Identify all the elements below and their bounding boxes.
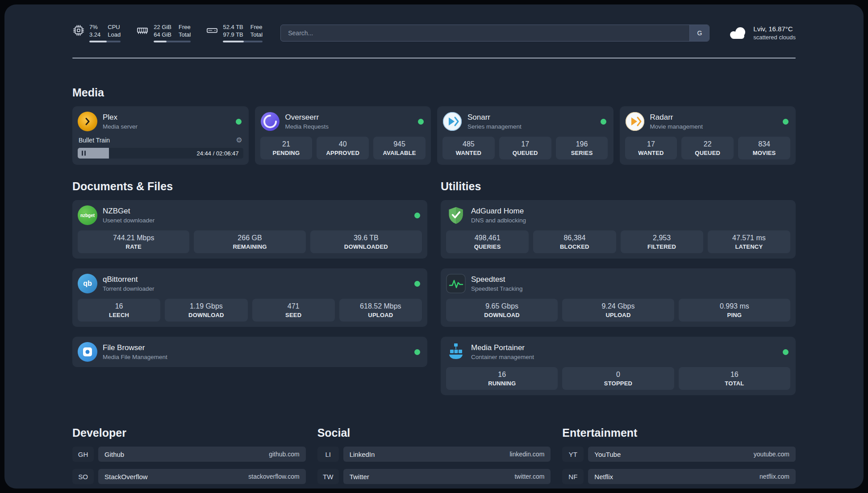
stat-ping: 0.993 ms PING	[679, 299, 790, 322]
stat-queued: 22 QUEUED	[681, 137, 734, 159]
service-card-plex[interactable]: Plex Media server Bullet Train ⚙	[72, 106, 249, 165]
stat-wanted: 485 WANTED	[442, 137, 495, 159]
memory-total-value: 64 GiB	[154, 31, 171, 38]
section-social: Social LI LinkedIn linkedin.com TW Twitt…	[317, 426, 551, 484]
search-bar: G	[280, 25, 709, 42]
bookmark-netflix[interactable]: NF Netflix netflix.com	[562, 469, 796, 484]
cpu-label: CPU	[108, 23, 121, 31]
section-developer: Developer GH Github github.com SO StackO…	[72, 426, 306, 489]
section-title-developer: Developer	[72, 426, 306, 439]
stat-movies: 834 MOVIES	[738, 137, 790, 159]
stat-download: 1.19 Gbps DOWNLOAD	[165, 299, 247, 322]
stat-wanted: 17 WANTED	[625, 137, 677, 159]
section-title-entertainment: Entertainment	[562, 426, 796, 439]
stat-blocked: 86,384 BLOCKED	[533, 230, 616, 253]
status-dot	[783, 349, 789, 355]
topbar: 7% 3.24 CPU Load	[72, 23, 796, 42]
stat-upload: 9.24 Gbps UPLOAD	[562, 299, 674, 322]
disk-total-label: Total	[250, 31, 263, 38]
service-name: qBittorrent	[103, 275, 409, 284]
bookmark-url: linkedin.com	[510, 451, 545, 458]
stat-leech: 16 LEECH	[78, 299, 160, 322]
plex-now-playing: Bullet Train ⚙ 24:44 / 02:06:47	[78, 136, 243, 159]
memory-free-label: Free	[179, 23, 191, 31]
bookmark-name: Github	[104, 451, 124, 458]
memory-widget: 22 GiB 64 GiB Free Total	[136, 23, 191, 42]
service-card-portainer[interactable]: Media Portainer Container management 16 …	[441, 337, 796, 395]
stat-remaining: 266 GB REMAINING	[194, 230, 305, 253]
weather-widget[interactable]: Lviv, 16.87°C scattered clouds	[727, 25, 796, 41]
service-description: Media File Management	[103, 354, 409, 360]
pause-icon[interactable]	[82, 151, 86, 156]
stat-upload: 618.52 Mbps UPLOAD	[339, 299, 422, 322]
service-description: Media server	[103, 123, 230, 130]
bookmark-abbr: NF	[562, 469, 584, 484]
disk-free-value: 52.4 TB	[223, 23, 243, 31]
cloud-icon	[727, 25, 748, 41]
bookmark-youtube[interactable]: YT YouTube youtube.com	[562, 447, 796, 462]
status-dot	[414, 281, 420, 287]
bookmark-url: youtube.com	[754, 451, 789, 458]
bookmark-twitter[interactable]: TW Twitter twitter.com	[317, 469, 551, 484]
cpu-load-label: Load	[108, 31, 121, 38]
disk-free-label: Free	[250, 23, 263, 31]
section-documents: Documents & Files nzbget NZBGet Usenet d…	[72, 180, 427, 367]
status-dot	[783, 119, 789, 125]
dashboard: 7% 3.24 CPU Load	[4, 4, 864, 489]
radarr-icon	[625, 112, 645, 131]
bookmark-name: Twitter	[350, 473, 369, 480]
search-provider-button[interactable]: G	[689, 25, 709, 41]
stat-stopped: 0 STOPPED	[562, 367, 674, 390]
stat-rate: 744.21 Mbps RATE	[78, 230, 189, 253]
disk-widget: 52.4 TB 97.9 TB Free Total	[206, 23, 263, 42]
service-card-radarr[interactable]: Radarr Movie management 17 WANTED 22 QUE…	[620, 106, 796, 165]
stat-pending: 21 PENDING	[260, 137, 313, 159]
search-input[interactable]	[281, 25, 689, 41]
cpu-icon	[72, 24, 85, 37]
bookmark-github[interactable]: GH Github github.com	[72, 447, 306, 462]
service-description: Container management	[471, 354, 777, 360]
weather-location: Lviv, 16.87°C	[753, 25, 796, 33]
disk-icon	[206, 24, 218, 37]
disk-total-value: 97.9 TB	[223, 31, 243, 38]
bookmark-abbr: YT	[562, 447, 584, 462]
nzbget-icon: nzbget	[78, 205, 97, 225]
service-name: Speedtest	[471, 275, 790, 284]
disk-usage-fill	[223, 41, 244, 42]
qbittorrent-icon: qb	[78, 274, 97, 293]
service-card-sonarr[interactable]: Sonarr Series management 485 WANTED 17 Q…	[437, 106, 613, 165]
service-name: Media Portainer	[471, 343, 777, 352]
section-media: Media Plex Media server	[72, 86, 796, 165]
service-card-nzbget[interactable]: nzbget NZBGet Usenet downloader 744.21 M…	[72, 200, 427, 259]
plex-playback-time: 24:44 / 02:06:47	[197, 150, 239, 157]
memory-free-value: 22 GiB	[154, 23, 171, 31]
service-name: Radarr	[650, 113, 778, 122]
service-card-overseerr[interactable]: Overseerr Media Requests 21 PENDING 40 A…	[255, 106, 431, 165]
bookmark-name: Netflix	[594, 473, 613, 480]
service-description: Movie management	[650, 123, 778, 130]
service-card-filebrowser[interactable]: File Browser Media File Management	[72, 337, 427, 367]
plex-track-title: Bullet Train	[79, 137, 110, 144]
memory-usage-fill	[154, 41, 167, 42]
bookmark-name: YouTube	[594, 451, 621, 458]
bookmark-abbr: GH	[72, 447, 94, 462]
bookmark-stackoverflow[interactable]: SO StackOverflow stackoverflow.com	[72, 469, 306, 484]
filebrowser-icon	[78, 342, 97, 362]
overseerr-icon	[260, 112, 280, 131]
stat-series: 196 SERIES	[556, 137, 608, 159]
service-card-speedtest[interactable]: Speedtest Speedtest Tracking 9.65 Gbps D…	[441, 268, 796, 327]
section-entertainment: Entertainment YT YouTube youtube.com NF …	[562, 426, 796, 489]
service-card-qbittorrent[interactable]: qb qBittorrent Torrent downloader 16	[72, 268, 427, 327]
cpu-widget: 7% 3.24 CPU Load	[72, 23, 121, 42]
bookmark-url: netflix.com	[760, 473, 789, 480]
adguard-icon	[446, 205, 466, 225]
service-description: DNS and adblocking	[471, 217, 790, 224]
memory-usage-bar	[154, 41, 191, 42]
status-dot	[414, 349, 420, 355]
plex-settings-icon[interactable]: ⚙	[236, 136, 242, 144]
bookmark-linkedin[interactable]: LI LinkedIn linkedin.com	[317, 447, 551, 462]
service-description: Media Requests	[285, 123, 413, 130]
service-card-adguard[interactable]: AdGuard Home DNS and adblocking 498,461 …	[441, 200, 796, 259]
plex-progress-bar[interactable]: 24:44 / 02:06:47	[78, 148, 243, 159]
section-title-documents: Documents & Files	[72, 180, 427, 193]
